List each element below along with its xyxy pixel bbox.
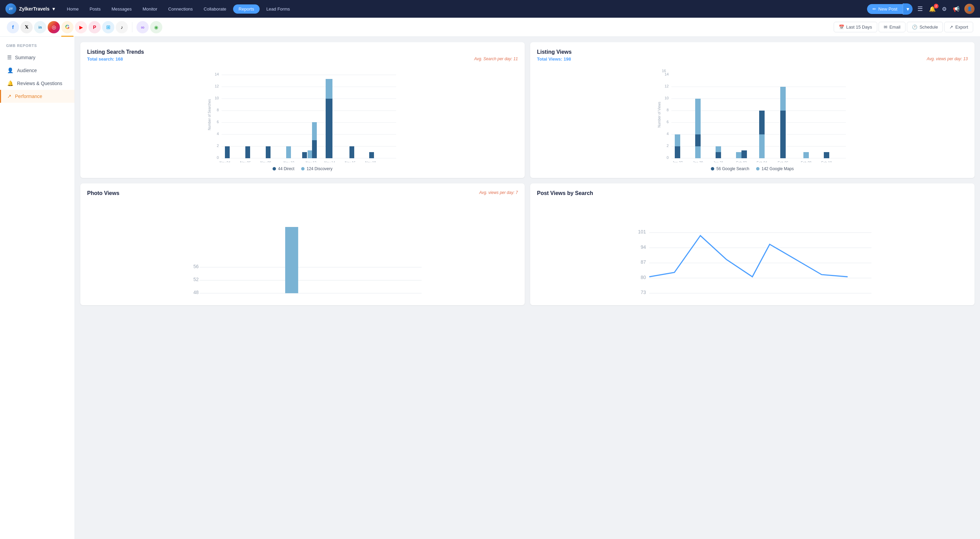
svg-text:6: 6 xyxy=(217,120,219,124)
legend-direct-label: 44 Direct xyxy=(278,166,294,171)
svg-text:Nov 08: Nov 08 xyxy=(260,161,271,162)
legend-google-maps: 142 Google Maps xyxy=(756,166,794,171)
svg-rect-67 xyxy=(824,152,829,158)
sidebar-label-audience: Audience xyxy=(17,68,37,73)
nav-connections[interactable]: Connections xyxy=(164,5,197,14)
listing-views-title: Listing Views xyxy=(537,49,968,55)
legend-google-maps-label: 142 Google Maps xyxy=(762,166,794,171)
audience-icon: 👤 xyxy=(7,67,14,73)
svg-text:Nov 10: Nov 10 xyxy=(283,161,294,162)
legend-direct: 44 Direct xyxy=(272,166,294,171)
sidebar: GMB REPORTS ☰ Summary 👤 Audience 🔔 Revie… xyxy=(0,37,75,539)
listing-views-chart: 0 2 4 6 8 10 12 14 16 Number of Views xyxy=(537,67,968,162)
listing-views-svg: 0 2 4 6 8 10 12 14 16 Number of Views xyxy=(537,67,968,162)
hamburger-menu-button[interactable]: ☰ xyxy=(916,4,924,14)
sidebar-label-reviews: Reviews & Questions xyxy=(17,81,62,86)
svg-text:12: 12 xyxy=(665,84,669,88)
schedule-button[interactable]: 🕐 Schedule xyxy=(907,22,943,32)
svg-rect-22 xyxy=(308,150,312,158)
legend-google-search: 56 Google Search xyxy=(711,166,749,171)
email-icon: ✉ xyxy=(884,24,888,30)
brand-logo-area[interactable]: ZT ZylkerTravels ▾ xyxy=(5,3,55,14)
nav-lead-forms[interactable]: Lead Forms xyxy=(262,5,294,14)
svg-text:10: 10 xyxy=(665,96,669,100)
settings-button[interactable]: ⚙ xyxy=(940,5,948,14)
export-button[interactable]: ↗ Export xyxy=(944,22,973,32)
nav-reports[interactable]: Reports xyxy=(233,5,259,14)
listing-views-card: Listing Views Total Views: 198 Avg. view… xyxy=(530,42,975,178)
email-button[interactable]: ✉ Email xyxy=(878,22,906,32)
nav-messages[interactable]: Messages xyxy=(108,5,136,14)
sidebar-item-performance[interactable]: ↗ Performance xyxy=(0,90,75,103)
svg-rect-19 xyxy=(266,146,270,158)
platform-threads[interactable]: ∞ xyxy=(137,21,149,33)
nav-collaborate[interactable]: Collaborate xyxy=(200,5,231,14)
listing-search-total-value: 168 xyxy=(116,56,123,62)
sidebar-item-reviews[interactable]: 🔔 Reviews & Questions xyxy=(0,77,75,90)
date-range-button[interactable]: 📅 Last 15 Days xyxy=(834,22,877,32)
legend-google-search-label: 56 Google Search xyxy=(716,166,749,171)
listing-search-total-label: Total search: xyxy=(87,56,115,62)
toolbar-right: 📅 Last 15 Days ✉ Email 🕐 Schedule ↗ Expo… xyxy=(834,22,973,32)
svg-text:Feb 02: Feb 02 xyxy=(736,161,747,162)
new-post-button[interactable]: ✏ New Post xyxy=(867,4,903,14)
svg-text:87: 87 xyxy=(641,259,646,265)
listing-search-total: Total search: 168 xyxy=(87,56,123,62)
post-views-svg: 73 80 87 94 101 xyxy=(537,203,968,299)
svg-text:Nov 04: Nov 04 xyxy=(220,161,231,162)
svg-text:56: 56 xyxy=(193,264,199,269)
platform-pinterest[interactable]: P xyxy=(89,21,101,33)
svg-text:Nov 16: Nov 16 xyxy=(345,161,356,162)
svg-text:Feb 08: Feb 08 xyxy=(801,161,811,162)
svg-text:2: 2 xyxy=(217,144,219,148)
nav-posts[interactable]: Posts xyxy=(86,5,105,14)
new-post-dropdown-button[interactable]: ▾ xyxy=(903,3,913,14)
notification-badge: 2 xyxy=(934,4,939,8)
user-avatar[interactable]: 👤 xyxy=(964,4,975,14)
platform-gmb[interactable]: G xyxy=(61,21,73,33)
listing-views-total: Total Views: 198 xyxy=(537,56,571,62)
sidebar-item-audience[interactable]: 👤 Audience xyxy=(0,64,75,77)
platform-linkedin[interactable]: in xyxy=(34,21,46,33)
platform-twitter[interactable]: 𝕏 xyxy=(21,21,33,33)
nav-home[interactable]: Home xyxy=(63,5,83,14)
svg-text:Feb 04: Feb 04 xyxy=(756,161,767,162)
legend-discovery-dot xyxy=(301,167,305,170)
svg-text:80: 80 xyxy=(641,275,646,280)
export-label: Export xyxy=(955,24,968,30)
sidebar-item-summary[interactable]: ☰ Summary xyxy=(0,51,75,64)
svg-rect-65 xyxy=(780,111,786,158)
svg-text:Jan 27: Jan 27 xyxy=(672,161,682,162)
svg-text:12: 12 xyxy=(215,84,219,88)
svg-rect-20 xyxy=(286,146,291,158)
platform-microsoft[interactable]: ⊞ xyxy=(102,21,115,33)
charts-grid: Listing Search Trends Total search: 168 … xyxy=(80,42,975,305)
photo-views-card: Photo Views Avg. views per day: 7 48 52 … xyxy=(80,183,525,305)
notifications-button[interactable]: 🔔 2 xyxy=(928,5,937,14)
platform-youtube[interactable]: ▶ xyxy=(75,21,87,33)
listing-search-avg: Avg. Search per day: 11 xyxy=(474,56,518,61)
nav-monitor[interactable]: Monitor xyxy=(138,5,161,14)
calendar-icon: 📅 xyxy=(839,24,844,30)
svg-text:4: 4 xyxy=(667,132,669,136)
platform-facebook[interactable]: f xyxy=(7,21,19,33)
platform-tiktok[interactable]: ♪ xyxy=(116,21,128,33)
listing-search-card: Listing Search Trends Total search: 168 … xyxy=(80,42,525,178)
svg-text:Nov 12: Nov 12 xyxy=(305,161,317,162)
platform-instagram[interactable]: ◎ xyxy=(48,21,60,33)
listing-views-total-value: 198 xyxy=(563,56,571,62)
schedule-label: Schedule xyxy=(920,24,938,30)
announcements-button[interactable]: 📢 xyxy=(951,5,961,14)
svg-rect-57 xyxy=(695,134,701,146)
post-views-title: Post Views by Search xyxy=(537,190,593,196)
svg-text:10: 10 xyxy=(215,96,219,100)
svg-text:0: 0 xyxy=(217,156,219,160)
sidebar-label-performance: Performance xyxy=(15,94,42,99)
sidebar-section-label: GMB REPORTS xyxy=(0,44,75,51)
brand-dropdown-icon[interactable]: ▾ xyxy=(52,6,55,11)
brand-name: ZylkerTravels xyxy=(19,6,50,11)
platform-extra[interactable]: ◉ xyxy=(150,21,162,33)
svg-rect-63 xyxy=(759,111,765,134)
listing-search-title: Listing Search Trends xyxy=(87,49,518,55)
svg-rect-21 xyxy=(302,152,307,158)
